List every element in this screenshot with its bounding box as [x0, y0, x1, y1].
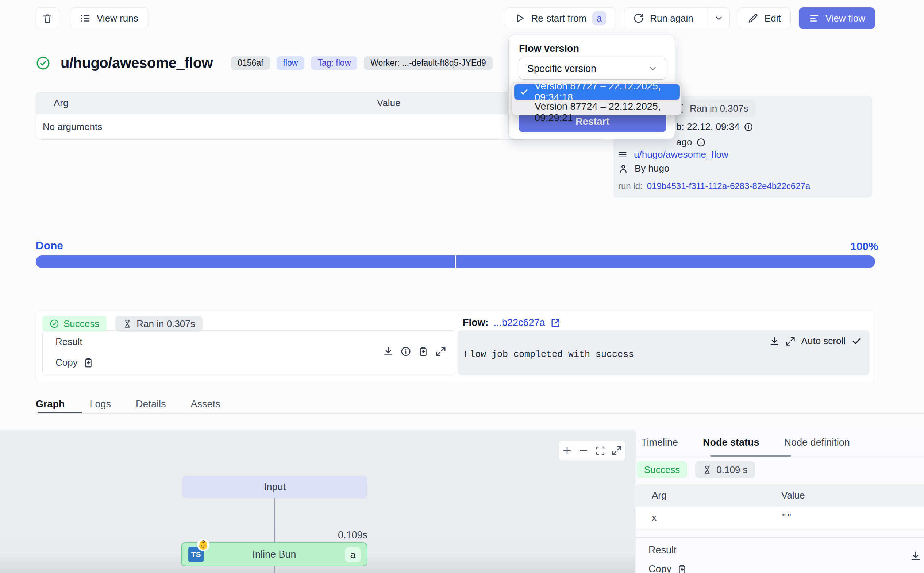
version-option-selected-text: Version 87727 – 22.12.2025, 09:34:18: [535, 81, 675, 103]
view-flow-button[interactable]: View flow: [799, 7, 875, 29]
run-id-label: run id:: [618, 181, 643, 191]
graph-node-inline-bun[interactable]: TS 👶 Inline Bun a: [181, 542, 367, 567]
flow-short-link[interactable]: ...b22c627a: [493, 317, 545, 329]
checkmark-icon: [519, 87, 529, 97]
external-link-icon[interactable]: [550, 318, 561, 328]
title-badges: 0156af flow Tag: flow Worker: ...-defaul…: [231, 56, 492, 70]
run-again-main[interactable]: Run again: [624, 8, 702, 29]
ran-in-badge-text: Ran in 0.307s: [136, 318, 195, 330]
run-again-label: Run again: [650, 13, 693, 24]
graph-edge: [274, 498, 275, 542]
version-option-selected[interactable]: Version 87727 – 22.12.2025, 09:34:18: [514, 84, 680, 100]
chevron-down-icon: [648, 64, 658, 74]
view-runs-button[interactable]: View runs: [70, 7, 148, 29]
by-text: By hugo: [635, 163, 669, 174]
page-title: u/hugo/awesome_flow: [61, 55, 213, 71]
zoom-in-icon[interactable]: [561, 445, 572, 456]
success-badge-text: Success: [64, 318, 99, 330]
expand-icon[interactable]: [435, 346, 446, 357]
trash-icon: [42, 13, 53, 24]
info-icon[interactable]: [696, 138, 706, 147]
download-icon[interactable]: [383, 346, 394, 357]
hash-badge: 0156af: [231, 56, 270, 70]
node-args-header: Arg Value: [636, 484, 924, 507]
clipboard-copy-icon[interactable]: [418, 346, 429, 357]
clipboard-icon: [677, 564, 688, 573]
progress-bar-divider: [455, 255, 456, 268]
checkmark-icon[interactable]: [851, 336, 861, 346]
version-option-other[interactable]: Version 87724 – 22.12.2025, 09:29:21: [535, 101, 681, 124]
node-duration-text: 0.109 s: [716, 464, 747, 476]
node-copy-label: Copy: [649, 564, 671, 573]
tab-node-definition[interactable]: Node definition: [784, 437, 850, 448]
node-duration-badge: 0.109 s: [695, 461, 755, 478]
flow-path-link[interactable]: u/hugo/awesome_flow: [634, 149, 729, 160]
download-icon[interactable]: [910, 551, 921, 562]
graph-zoom-toolbar: [559, 441, 625, 460]
result-card-top: Success Ran in 0.307s: [42, 316, 203, 332]
node-copy-result-button[interactable]: Copy: [649, 564, 688, 573]
ran-in-badge: Ran in 0.307s: [115, 316, 202, 332]
info-icon[interactable]: [744, 122, 753, 132]
edit-label: Edit: [765, 13, 781, 24]
download-icon[interactable]: [769, 336, 780, 346]
tab-assets[interactable]: Assets: [191, 399, 220, 420]
edit-button[interactable]: Edit: [738, 7, 791, 29]
tab-graph[interactable]: Graph: [36, 399, 65, 420]
check-circle-icon: [50, 319, 59, 329]
run-again-dropdown[interactable]: [708, 8, 730, 29]
auto-scroll-label[interactable]: Auto scroll: [801, 335, 846, 347]
toolbar-right: Re-start from a Run again Edit View flow: [505, 7, 875, 29]
flow-version-select[interactable]: Specific version: [519, 58, 666, 80]
tab-node-status[interactable]: Node status: [703, 437, 760, 448]
graph-edge: [274, 567, 275, 573]
hourglass-icon: [123, 319, 132, 329]
run-again-button[interactable]: Run again: [624, 7, 730, 29]
tab-timeline[interactable]: Timeline: [641, 437, 678, 448]
expand-icon[interactable]: [785, 336, 796, 346]
log-box: Auto scroll Flow job completed with succ…: [458, 330, 869, 375]
node-panel-tabs: Timeline Node status Node definition: [641, 437, 850, 448]
zoom-out-icon[interactable]: [578, 445, 589, 456]
flow-path-line: u/hugo/awesome_flow: [618, 149, 729, 160]
pencil-icon: [748, 13, 759, 24]
tab-logs[interactable]: Logs: [90, 399, 111, 420]
kind-badge[interactable]: flow: [277, 56, 305, 70]
copy-result-button[interactable]: Copy: [55, 357, 94, 368]
by-line: By hugo: [618, 163, 669, 174]
delete-run-button[interactable]: [36, 7, 59, 29]
flow-version-title: Flow version: [519, 43, 579, 54]
info-icon[interactable]: [400, 346, 411, 357]
success-badge: Success: [42, 316, 106, 332]
log-toolbar: Auto scroll: [769, 335, 861, 347]
result-toolbar: [383, 346, 446, 357]
node-result-label: Result: [649, 545, 677, 556]
graph-node-input[interactable]: Input: [182, 476, 367, 498]
ts-logo-text: TS: [191, 550, 201, 559]
ran-in-text: Ran in 0.307s: [690, 103, 748, 114]
worker-badge[interactable]: Worker: ...-default-ft8q5-JYEd9: [364, 56, 492, 70]
hourglass-icon: [702, 465, 712, 474]
ago-line: ago: [676, 136, 706, 148]
view-runs-label: View runs: [97, 13, 138, 24]
run-id-line: run id: 019b4531-f311-112a-6283-82e4b22c…: [618, 181, 810, 191]
node-duration-label: 0.109s: [314, 529, 367, 541]
result-card: Success Ran in 0.307s Flow: ...b22c627a …: [36, 311, 875, 382]
tab-details[interactable]: Details: [136, 399, 166, 420]
started-line: b: 22.12, 09:34: [676, 121, 753, 133]
flow-graph-canvas[interactable]: Input 0.109s TS 👶 Inline Bun a: [0, 430, 635, 573]
refresh-icon: [633, 13, 644, 24]
tag-badge[interactable]: Tag: flow: [311, 56, 357, 70]
restart-from-button[interactable]: Re-start from a: [505, 7, 616, 29]
arg-column-header: Arg: [36, 97, 377, 109]
tabs-divider: [36, 413, 924, 413]
node-status-row: Success 0.109 s: [637, 461, 755, 478]
bun-node-label: Inline Bun: [252, 549, 296, 560]
fit-view-icon[interactable]: [595, 445, 606, 456]
node-value-column: Value: [781, 490, 805, 501]
list-icon: [80, 13, 91, 24]
play-icon: [514, 13, 525, 24]
run-id-link[interactable]: 019b4531-f311-112a-6283-82e4b22c627a: [647, 181, 810, 191]
result-box: Result Copy: [42, 330, 455, 375]
fullscreen-icon[interactable]: [611, 445, 622, 456]
